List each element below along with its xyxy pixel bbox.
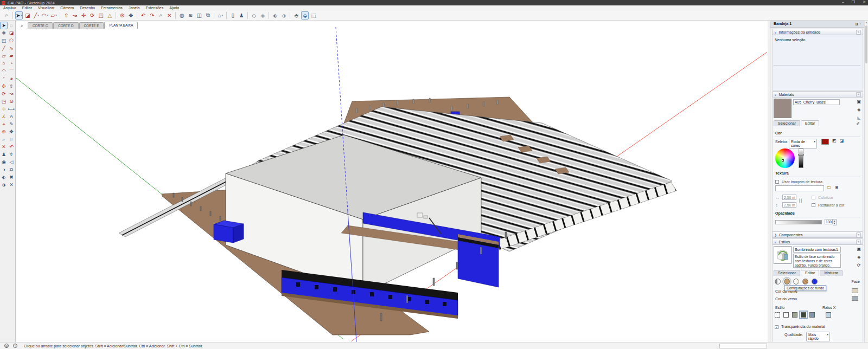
opacity-spinner[interactable]: 100 ▲▼ (825, 219, 837, 225)
line-icon[interactable]: ╱ (0, 44, 8, 52)
polygon-icon[interactable]: ⬠ (8, 37, 15, 44)
dropdown-caret-icon[interactable]: ▾ (21, 14, 22, 17)
views-icon[interactable]: ⌂▾ (216, 11, 224, 20)
previous-icon[interactable]: ↶ (8, 143, 15, 151)
menu-janela[interactable]: Janela (129, 6, 140, 10)
style-shaded-icon[interactable] (792, 312, 797, 318)
match-model-icon[interactable]: ◪ (840, 138, 844, 143)
extension-d-icon[interactable]: ✕ (8, 181, 15, 189)
arc-icon[interactable]: ◠ (0, 67, 8, 75)
styles-tab-selecionar[interactable]: Selecionar (774, 270, 800, 276)
scene-tab-corte-c[interactable]: CORTE C (28, 22, 53, 29)
material-name-input[interactable] (793, 99, 840, 105)
freehand-icon[interactable]: ∿ (8, 44, 15, 52)
style-monochrome-icon[interactable]: ⬘ (292, 11, 300, 20)
scene-tab-corte-d[interactable]: CORTE D (53, 22, 78, 29)
reset-color-row[interactable]: Restaurar a cor (812, 203, 844, 208)
face-both-sides-icon[interactable] (775, 279, 781, 285)
lasso-icon[interactable]: ◌ (8, 22, 15, 29)
components-close-icon[interactable]: × (856, 232, 861, 237)
use-texture-row[interactable]: Usar imagem de textura (775, 179, 822, 184)
walk-icon[interactable]: ⇮ (8, 151, 15, 158)
materials-close-icon[interactable]: × (856, 92, 861, 97)
sample-triangle-icon[interactable]: ◣ (857, 115, 860, 120)
style-drip-icon[interactable]: ◈ (857, 255, 860, 260)
rotate-icon[interactable]: ⟳ (0, 90, 8, 98)
materials-tab-selecionar[interactable]: Selecionar (774, 120, 800, 126)
rotate-icon[interactable]: ⟳ (88, 11, 96, 20)
follow-me-icon[interactable]: ↝ (8, 90, 15, 98)
reset-color-box[interactable] (812, 203, 815, 207)
zoom-icon[interactable]: ⌕ (0, 135, 8, 143)
texture-width-input[interactable] (782, 195, 796, 200)
aspect-lock-icon[interactable]: ⎱⎰ (799, 198, 803, 204)
section-fill-icon[interactable]: ◑ (0, 166, 8, 173)
axes-icon[interactable]: ⌖ (0, 120, 8, 128)
styles-header[interactable]: ∨ Estilos × (772, 238, 863, 245)
model-info-person-icon[interactable]: ♟ (238, 11, 245, 20)
style-hidden-line-icon[interactable]: ◈ (259, 11, 266, 20)
eyedropper-icon[interactable]: ✐ (856, 121, 860, 126)
menu-ajuda[interactable]: Ajuda (169, 6, 179, 10)
scrollbar-thumb[interactable] (865, 25, 867, 63)
colorize-checkbox[interactable] (812, 196, 815, 199)
transparency-row[interactable]: ✓ Transparência do material (775, 324, 825, 329)
value-slider[interactable] (799, 148, 803, 168)
move-icon[interactable]: ✣ (0, 82, 8, 90)
scene-tab-planta-baixa[interactable]: PLANTA BAIXA (104, 22, 138, 29)
menu-editar[interactable]: Editar (22, 6, 32, 10)
dropdown-caret-icon[interactable]: ▾ (47, 14, 49, 17)
face-textured-icon[interactable] (802, 279, 808, 285)
match-screen-icon[interactable]: ◩ (832, 138, 837, 143)
style-hidden-line-icon[interactable] (783, 312, 789, 318)
protractor-icon[interactable]: ∡ (0, 113, 8, 120)
fog-icon[interactable]: ≋ (187, 11, 194, 20)
front-color-swatch[interactable] (852, 288, 858, 293)
eraser-icon[interactable]: ◪ (8, 29, 15, 37)
select-icon[interactable]: ➤ (0, 22, 8, 29)
zoom-region-icon[interactable]: ⌕ (3, 11, 10, 20)
rectangle-icon[interactable]: ▱▾ (50, 11, 58, 20)
three-point-arc-icon[interactable]: ◜ (0, 75, 8, 82)
restore-button[interactable]: ❐ (852, 0, 855, 4)
scale-icon[interactable]: ◳ (0, 98, 8, 105)
scroll-up-icon[interactable]: ▲ (865, 21, 868, 24)
opacity-value[interactable]: 100 (825, 219, 833, 224)
zoom-extents-icon[interactable]: ✕ (165, 11, 173, 20)
texture-height-input[interactable] (782, 202, 796, 208)
transparency-checkbox[interactable]: ✓ (775, 325, 778, 329)
tray-scrollbar[interactable]: ▲ (864, 21, 868, 342)
tape-measure-icon[interactable]: ⊹ (0, 105, 8, 113)
push-pull-icon[interactable]: ⇧ (8, 82, 15, 90)
texture-file-input[interactable] (775, 185, 824, 191)
spin-down-icon[interactable]: ▼ (833, 222, 836, 225)
select-icon[interactable]: ➤▾ (15, 11, 23, 20)
measurements-box[interactable] (719, 344, 767, 348)
dimension-icon[interactable]: ⟷ (8, 105, 15, 113)
rotated-rectangle-icon[interactable]: ▰ (8, 52, 15, 60)
paint-drip-icon[interactable]: ◈ (857, 107, 860, 112)
menu-desenho[interactable]: Desenho (80, 6, 95, 10)
entity-info-header[interactable]: ∨ Informações da entidade × (772, 29, 863, 35)
pan-icon[interactable]: ✥ (127, 11, 135, 20)
style-xray-icon[interactable] (826, 312, 831, 318)
paint-bucket-icon[interactable]: ◰ (0, 37, 8, 44)
dropdown-caret-icon[interactable]: ▾ (37, 14, 39, 17)
make-component-icon[interactable]: ❖ (0, 29, 8, 37)
model-viewport[interactable]: ⌕ CORTE C CORTE D CORTE E PLANTA BAIXA (16, 21, 768, 342)
color-wheel[interactable] (775, 148, 795, 168)
eraser-icon[interactable]: ◪ (24, 11, 31, 20)
menu-camera[interactable]: Câmera (60, 6, 74, 10)
tape-measure-icon[interactable]: △ (106, 11, 113, 20)
face-shaded-icon[interactable] (784, 279, 790, 285)
zoom-extents-icon[interactable]: ✕ (0, 143, 8, 151)
menu-ferramentas[interactable]: Ferramentas (101, 6, 123, 10)
position-camera-icon[interactable]: ♟ (0, 151, 8, 158)
3d-text-icon[interactable]: ✎ (8, 120, 15, 128)
tray-pin-icon[interactable]: ◨ (855, 22, 860, 25)
pie-arc-icon[interactable]: ◕ (8, 75, 15, 82)
opacity-slider[interactable] (775, 220, 822, 224)
browse-folder-icon[interactable]: 🗀 (827, 185, 831, 190)
new-document-icon[interactable]: ▯ (229, 11, 237, 20)
move-icon[interactable]: ✣ (80, 11, 87, 20)
